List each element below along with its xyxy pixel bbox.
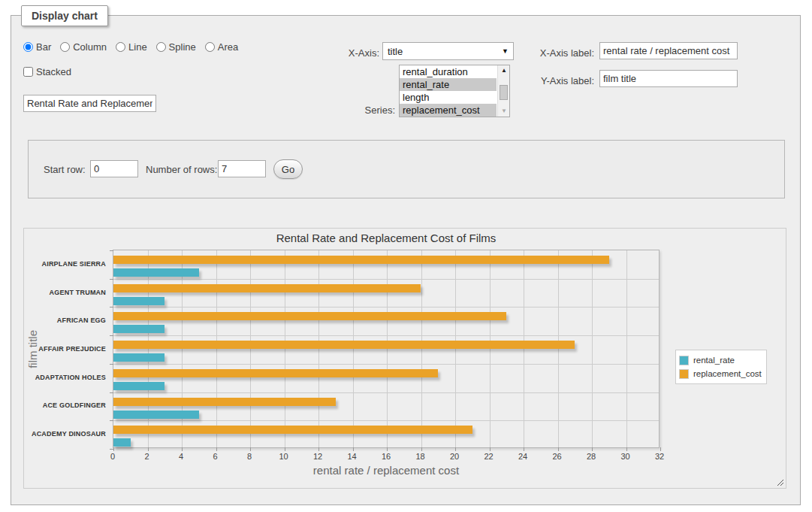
y-category-label: AFRICAN EGG	[24, 317, 106, 324]
bar-rental_rate	[113, 382, 165, 390]
series-option-rental_duration[interactable]: rental_duration	[400, 65, 497, 78]
series-option-length[interactable]: length	[400, 91, 497, 104]
series-multiselect[interactable]: ▲ ▼ rental_durationrental_ratelengthrepl…	[399, 65, 510, 117]
y-category-label: ACADEMY DINOSAUR	[24, 430, 106, 438]
bar-rental_rate	[113, 411, 199, 419]
chart-type-option-line[interactable]: Line	[116, 41, 147, 53]
x-axis-label-label: X-Axis label:	[530, 47, 594, 59]
x-tick-label: 8	[234, 452, 264, 461]
x-axis-select-label: X-Axis:	[327, 47, 379, 59]
chart-type-radio-label: Bar	[36, 41, 51, 53]
stacked-checkbox-row: Stacked	[23, 66, 71, 77]
x-tick-mark	[455, 447, 456, 451]
legend-swatch-icon	[679, 369, 689, 379]
series-list-scrollbar[interactable]: ▲ ▼	[497, 65, 509, 117]
x-tick-mark	[182, 447, 183, 451]
panel-legend: Display chart	[21, 5, 108, 26]
x-tick-mark	[216, 447, 217, 451]
legend-swatch-icon	[679, 356, 689, 365]
plot-area	[113, 250, 660, 448]
scroll-up-icon[interactable]: ▲	[498, 65, 510, 76]
x-tick-label: 6	[201, 452, 231, 461]
x-tick-label: 26	[542, 452, 572, 461]
x-tick-label: 16	[371, 452, 401, 461]
x-tick-mark	[592, 447, 593, 451]
y-category-label: ACE GOLDFINGER	[24, 401, 106, 409]
stacked-label: Stacked	[36, 66, 71, 77]
x-tick-label: 14	[337, 452, 367, 461]
chart-title-input[interactable]	[23, 95, 156, 112]
x-tick-mark	[558, 447, 559, 451]
chart-type-radio-label: Spline	[169, 41, 196, 53]
go-button[interactable]: Go	[273, 159, 303, 179]
bar-replacement_cost	[113, 398, 336, 406]
x-tick-label: 12	[303, 452, 333, 461]
x-tick-label: 30	[611, 452, 641, 461]
number-of-rows-label: Number of rows:	[146, 164, 217, 175]
x-tick-label: 22	[474, 452, 504, 461]
chart-type-option-area[interactable]: Area	[205, 41, 238, 53]
x-tick-mark	[250, 447, 251, 451]
gridline	[113, 307, 659, 308]
chevron-down-icon: ▼	[502, 47, 509, 55]
chart-type-option-spline[interactable]: Spline	[156, 41, 196, 53]
gridline	[113, 392, 659, 393]
bar-rental_rate	[113, 325, 165, 333]
scroll-down-icon[interactable]: ▼	[498, 106, 510, 117]
x-tick-mark	[660, 447, 661, 451]
chart-area: Rental Rate and Replacement Cost of Film…	[23, 228, 786, 489]
y-tick-mark	[110, 449, 113, 450]
x-tick-mark	[387, 447, 388, 451]
legend-label: rental_rate	[693, 356, 735, 365]
gridline	[626, 250, 627, 447]
chart-type-radio-label: Line	[128, 41, 147, 53]
display-chart-panel: BarColumnLineSplineArea Stacked X-Axis: …	[11, 15, 801, 505]
y-tick-mark	[110, 250, 113, 251]
gridline	[113, 279, 659, 280]
x-tick-mark	[148, 447, 149, 451]
gridline	[113, 364, 659, 365]
x-axis-selected-value: title	[388, 46, 403, 57]
y-category-label: ADAPTATION HOLES	[24, 374, 106, 381]
chart-legend: rental_ratereplacement_cost	[675, 350, 767, 384]
gridline	[592, 250, 593, 447]
y-tick-mark	[110, 364, 113, 365]
y-tick-mark	[110, 420, 113, 421]
y-tick-mark	[110, 307, 113, 308]
x-tick-label: 10	[269, 452, 299, 461]
chart-type-option-column[interactable]: Column	[60, 41, 107, 53]
x-tick-label: 2	[132, 452, 162, 461]
x-tick-label: 32	[644, 452, 675, 461]
x-tick-mark	[285, 447, 285, 451]
x-axis-label-input[interactable]	[599, 42, 738, 59]
x-tick-label: 20	[439, 452, 469, 461]
chart-type-radio-label: Column	[73, 41, 107, 53]
number-of-rows-input[interactable]	[218, 160, 266, 177]
y-category-label: AFFAIR PREJUDICE	[24, 345, 106, 353]
series-option-replacement_cost[interactable]: replacement_cost	[400, 104, 497, 117]
y-axis-label-input[interactable]	[599, 70, 738, 87]
chart-type-radio-line[interactable]	[116, 42, 125, 52]
chart-type-radio-bar[interactable]	[23, 42, 33, 52]
stacked-checkbox[interactable]	[23, 67, 33, 77]
resize-handle-icon[interactable]	[776, 478, 783, 486]
start-row-input[interactable]	[90, 160, 138, 177]
scrollbar-thumb[interactable]	[500, 85, 508, 100]
chart-type-radio-area[interactable]	[205, 42, 215, 52]
chart-type-radio-group: BarColumnLineSplineArea	[23, 41, 238, 53]
bar-replacement_cost	[113, 341, 575, 349]
series-list-label: Series:	[342, 105, 395, 116]
x-axis-select[interactable]: title ▼	[382, 42, 514, 60]
chart-type-radio-spline[interactable]	[156, 42, 166, 52]
legend-item-rental_rate: rental_rate	[679, 353, 762, 367]
legend-label: replacement_cost	[693, 369, 762, 378]
x-tick-label: 28	[576, 452, 606, 461]
chart-type-option-bar[interactable]: Bar	[23, 41, 51, 53]
bar-rental_rate	[113, 438, 131, 447]
bar-rental_rate	[113, 297, 165, 305]
x-tick-mark	[490, 447, 491, 451]
series-option-rental_rate[interactable]: rental_rate	[400, 78, 497, 91]
chart-type-radio-column[interactable]	[60, 42, 70, 52]
stacked-option[interactable]: Stacked	[23, 66, 71, 77]
bar-replacement_cost	[113, 284, 421, 292]
